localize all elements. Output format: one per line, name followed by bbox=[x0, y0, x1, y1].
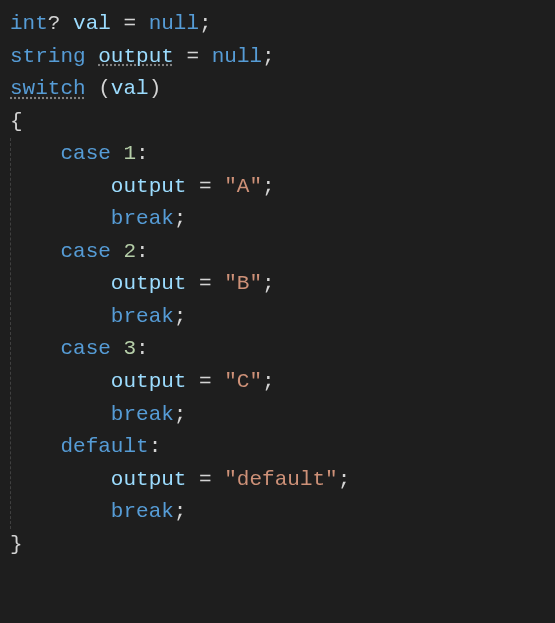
literal-3: 3 bbox=[123, 337, 136, 360]
keyword-break: break bbox=[111, 403, 174, 426]
case-2: case 2: bbox=[10, 236, 545, 269]
keyword-string: string bbox=[10, 45, 86, 68]
string-A: "A" bbox=[224, 175, 262, 198]
literal-1: 1 bbox=[123, 142, 136, 165]
code-line-1: int? val = null; bbox=[10, 8, 545, 41]
open-brace: { bbox=[10, 106, 545, 139]
string-B: "B" bbox=[224, 272, 262, 295]
identifier-output: output bbox=[111, 370, 187, 393]
identifier-val: val bbox=[73, 12, 111, 35]
identifier-output: output bbox=[111, 468, 187, 491]
identifier-output: output bbox=[111, 272, 187, 295]
code-line-3: switch (val) bbox=[10, 73, 545, 106]
identifier-output: output bbox=[111, 175, 187, 198]
default-assign: output = "default"; bbox=[10, 464, 545, 497]
keyword-switch: switch bbox=[10, 77, 86, 100]
keyword-default: default bbox=[60, 435, 148, 458]
keyword-break: break bbox=[111, 500, 174, 523]
case-1-assign: output = "A"; bbox=[10, 171, 545, 204]
case-1: case 1: bbox=[10, 138, 545, 171]
keyword-null: null bbox=[212, 45, 262, 68]
keyword-case: case bbox=[60, 142, 110, 165]
nullable-qmark: ? bbox=[48, 12, 61, 35]
keyword-case: case bbox=[60, 240, 110, 263]
case-2-break: break; bbox=[10, 301, 545, 334]
code-block: int? val = null; string output = null; s… bbox=[10, 8, 545, 561]
identifier-val: val bbox=[111, 77, 149, 100]
literal-2: 2 bbox=[123, 240, 136, 263]
keyword-break: break bbox=[111, 305, 174, 328]
identifier-output: output bbox=[98, 45, 174, 68]
case-3-break: break; bbox=[10, 399, 545, 432]
string-C: "C" bbox=[224, 370, 262, 393]
keyword-null: null bbox=[149, 12, 199, 35]
default-break: break; bbox=[10, 496, 545, 529]
keyword-int: int bbox=[10, 12, 48, 35]
close-brace: } bbox=[10, 529, 545, 562]
string-default: "default" bbox=[224, 468, 337, 491]
code-line-2: string output = null; bbox=[10, 41, 545, 74]
case-3-assign: output = "C"; bbox=[10, 366, 545, 399]
switch-body: case 1: output = "A"; break; case 2: out… bbox=[10, 138, 545, 529]
case-2-assign: output = "B"; bbox=[10, 268, 545, 301]
case-1-break: break; bbox=[10, 203, 545, 236]
default-case: default: bbox=[10, 431, 545, 464]
keyword-break: break bbox=[111, 207, 174, 230]
keyword-case: case bbox=[60, 337, 110, 360]
case-3: case 3: bbox=[10, 333, 545, 366]
